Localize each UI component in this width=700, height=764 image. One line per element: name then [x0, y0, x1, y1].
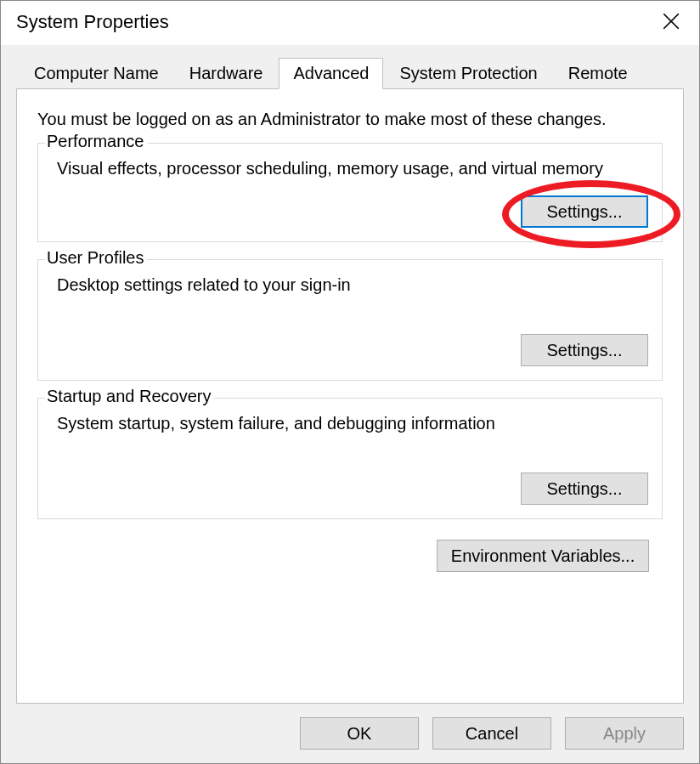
tab-remote[interactable]: Remote [554, 58, 642, 88]
performance-settings-button[interactable]: Settings... [521, 195, 648, 228]
tab-advanced[interactable]: Advanced [279, 58, 383, 89]
group-performance-desc: Visual effects, processor scheduling, me… [57, 157, 648, 180]
close-button[interactable] [652, 8, 691, 35]
group-performance-legend: Performance [45, 132, 148, 151]
title-bar: System Properties [1, 1, 699, 45]
tab-computer-name[interactable]: Computer Name [20, 58, 173, 88]
cancel-button[interactable]: Cancel [432, 717, 551, 750]
dialog-button-row: OK Cancel Apply [16, 704, 684, 750]
apply-button[interactable]: Apply [565, 717, 684, 750]
intro-text: You must be logged on as an Administrato… [37, 110, 663, 129]
group-startup-recovery-legend: Startup and Recovery [45, 387, 214, 406]
group-user-profiles: User Profiles Desktop settings related t… [37, 259, 663, 381]
group-user-profiles-legend: User Profiles [45, 248, 147, 268]
window-title: System Properties [16, 8, 169, 33]
group-performance: Performance Visual effects, processor sc… [37, 143, 663, 242]
tab-panel-advanced: You must be logged on as an Administrato… [16, 88, 684, 704]
environment-variables-button[interactable]: Environment Variables... [437, 540, 649, 572]
ok-button[interactable]: OK [300, 717, 419, 750]
tab-strip: Computer Name Hardware Advanced System P… [16, 57, 684, 88]
client-area: Computer Name Hardware Advanced System P… [1, 45, 699, 763]
startup-recovery-settings-button[interactable]: Settings... [521, 473, 648, 505]
tab-system-protection[interactable]: System Protection [385, 58, 551, 88]
user-profiles-settings-button[interactable]: Settings... [521, 334, 648, 366]
system-properties-window: System Properties Computer Name Hardware… [0, 0, 700, 764]
tab-hardware[interactable]: Hardware [175, 58, 278, 88]
close-icon [663, 13, 680, 30]
group-startup-recovery: Startup and Recovery System startup, sys… [37, 398, 663, 519]
group-user-profiles-desc: Desktop settings related to your sign-in [57, 274, 648, 297]
group-startup-recovery-desc: System startup, system failure, and debu… [57, 412, 648, 435]
